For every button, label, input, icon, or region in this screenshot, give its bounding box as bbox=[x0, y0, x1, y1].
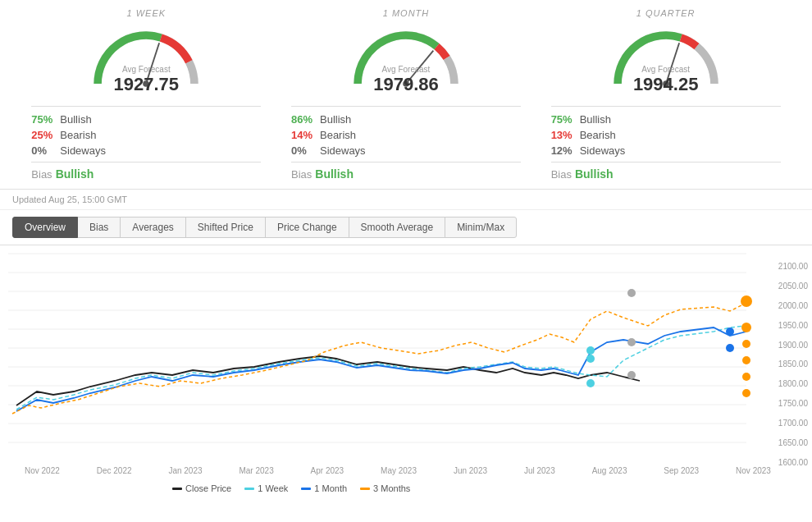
legend-close-label: Close Price bbox=[185, 483, 231, 493]
bearish-pct: 25% bbox=[31, 129, 60, 141]
legend-month1-label: 1 Month bbox=[314, 483, 347, 493]
forecast-dot bbox=[726, 344, 734, 352]
updated-bar: Updated Aug 25, 15:00 GMT bbox=[0, 190, 812, 210]
sideways-row: 12% Sideways bbox=[551, 143, 781, 158]
gauge-period-label: 1 MONTH bbox=[383, 8, 430, 18]
sideways-label: Sideways bbox=[60, 144, 106, 157]
gauge-value: 1979.86 bbox=[373, 74, 439, 94]
tab-smooth-average[interactable]: Smooth Average bbox=[349, 217, 446, 238]
gauge-1quarter: 1 QUARTER Avg Forecast 19 bbox=[551, 8, 781, 181]
bullish-row: 86% Bullish bbox=[291, 112, 521, 127]
bullish-row: 75% Bullish bbox=[31, 112, 261, 127]
week1-line bbox=[16, 326, 746, 410]
legend-close-price: Close Price bbox=[172, 483, 231, 493]
week1-dot bbox=[244, 488, 254, 490]
gauge-text: Avg Forecast 1979.86 bbox=[373, 65, 439, 95]
stats-table: 86% Bullish 14% Bearish 0% Sideways Bias… bbox=[291, 106, 521, 181]
legend-1week: 1 Week bbox=[244, 483, 288, 493]
bullish-label: Bullish bbox=[320, 113, 351, 126]
stats-table: 75% Bullish 13% Bearish 12% Sideways Bia… bbox=[551, 106, 781, 181]
forecast-dot bbox=[586, 379, 595, 387]
gauge-avg-label: Avg Forecast bbox=[373, 65, 439, 74]
chart-area: 2100.00 2050.00 2000.00 1950.00 1900.00 … bbox=[0, 245, 812, 498]
bearish-label: Bearish bbox=[320, 129, 356, 141]
main-chart bbox=[8, 254, 763, 463]
bullish-pct: 86% bbox=[291, 113, 320, 126]
gauge-container: Avg Forecast 1979.86 bbox=[332, 21, 480, 99]
forecast-dot-large bbox=[742, 373, 750, 381]
bearish-label: Bearish bbox=[580, 129, 616, 141]
bullish-pct: 75% bbox=[31, 113, 60, 126]
gauge-period-label: 1 QUARTER bbox=[636, 8, 696, 18]
tab-minim-max[interactable]: Minim/Max bbox=[445, 217, 517, 238]
bullish-row: 75% Bullish bbox=[551, 112, 781, 127]
stats-divider bbox=[551, 162, 781, 163]
sideways-label: Sideways bbox=[320, 144, 366, 157]
month3-line bbox=[12, 303, 746, 414]
x-axis-labels: Nov 2022 Dec 2022 Jan 2023 Mar 2023 Apr … bbox=[8, 463, 779, 478]
forecast-dot-large bbox=[741, 323, 751, 332]
gauge-avg-label: Avg Forecast bbox=[114, 65, 180, 74]
forecast-dot bbox=[627, 338, 636, 346]
tabs-bar: OverviewBiasAveragesShifted PricePrice C… bbox=[0, 210, 812, 245]
bearish-pct: 13% bbox=[551, 129, 580, 141]
bias-label: Bias bbox=[551, 168, 572, 181]
bullish-label: Bullish bbox=[580, 113, 611, 126]
tab-shifted-price[interactable]: Shifted Price bbox=[185, 217, 266, 238]
sideways-pct: 12% bbox=[551, 144, 580, 157]
gauge-period-label: 1 WEEK bbox=[127, 8, 167, 18]
sideways-row: 0% Sideways bbox=[31, 143, 261, 158]
bias-value: Bullish bbox=[315, 167, 354, 181]
sideways-label: Sideways bbox=[580, 144, 626, 157]
sideways-pct: 0% bbox=[291, 144, 320, 157]
stats-table: 75% Bullish 25% Bearish 0% Sideways Bias… bbox=[31, 106, 261, 181]
tab-overview[interactable]: Overview bbox=[12, 217, 78, 238]
gauges-row: 1 WEEK Avg Forecast 1927. bbox=[0, 0, 812, 190]
legend-1month: 1 Month bbox=[301, 483, 347, 493]
gauge-avg-label: Avg Forecast bbox=[633, 65, 699, 74]
tab-averages[interactable]: Averages bbox=[120, 217, 185, 238]
close-price-line bbox=[16, 356, 640, 405]
sideways-row: 0% Sideways bbox=[291, 143, 521, 158]
close-price-dot bbox=[172, 488, 182, 490]
gauge-1month: 1 MONTH Avg Forecast 1979 bbox=[291, 8, 521, 181]
legend-week1-label: 1 Week bbox=[258, 483, 288, 493]
legend-row: Close Price 1 Week 1 Month 3 Months bbox=[8, 478, 812, 498]
gauge-text: Avg Forecast 1927.75 bbox=[114, 65, 180, 95]
bias-label: Bias bbox=[291, 168, 312, 181]
sideways-pct: 0% bbox=[31, 144, 60, 157]
month3-dot bbox=[360, 488, 370, 490]
forecast-dot bbox=[627, 289, 636, 297]
month1-dot bbox=[301, 488, 311, 490]
bias-value: Bullish bbox=[575, 167, 614, 181]
bullish-label: Bullish bbox=[60, 113, 91, 126]
gauge-value: 1994.25 bbox=[633, 74, 699, 94]
bearish-label: Bearish bbox=[60, 129, 96, 141]
tab-price-change[interactable]: Price Change bbox=[265, 217, 349, 238]
y-axis-labels: 2100.00 2050.00 2000.00 1950.00 1900.00 … bbox=[778, 262, 808, 467]
legend-3months: 3 Months bbox=[360, 483, 410, 493]
gauge-value: 1927.75 bbox=[114, 74, 180, 94]
tab-bias[interactable]: Bias bbox=[77, 217, 121, 238]
bearish-row: 25% Bearish bbox=[31, 127, 261, 143]
gauge-text: Avg Forecast 1994.25 bbox=[633, 65, 699, 95]
bearish-row: 14% Bearish bbox=[291, 127, 521, 143]
updated-text: Updated Aug 25, 15:00 GMT bbox=[12, 195, 127, 204]
forecast-dot bbox=[627, 371, 636, 379]
forecast-dot-large bbox=[742, 356, 750, 364]
bearish-row: 13% Bearish bbox=[551, 127, 781, 143]
forecast-dot bbox=[586, 346, 595, 355]
bias-row: Bias Bullish bbox=[31, 166, 261, 181]
bearish-pct: 14% bbox=[291, 129, 320, 141]
forecast-dot-large bbox=[742, 389, 750, 397]
stats-divider bbox=[291, 162, 521, 163]
bias-row: Bias Bullish bbox=[291, 166, 521, 181]
bullish-pct: 75% bbox=[551, 113, 580, 126]
month1-line bbox=[16, 327, 746, 411]
forecast-dot-large bbox=[741, 295, 752, 307]
legend-month3-label: 3 Months bbox=[373, 483, 410, 493]
forecast-dot bbox=[726, 327, 734, 336]
forecast-dot-large bbox=[742, 340, 750, 348]
bias-value: Bullish bbox=[56, 167, 94, 181]
gauge-container: Avg Forecast 1927.75 bbox=[72, 21, 220, 99]
